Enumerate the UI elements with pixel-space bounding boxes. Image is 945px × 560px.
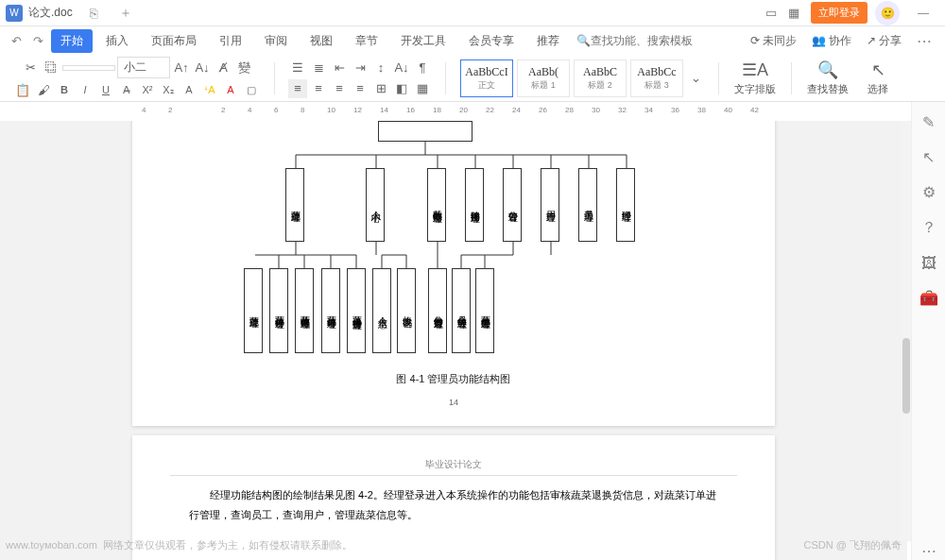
- vertical-scrollbar[interactable]: [902, 121, 911, 541]
- bold-icon[interactable]: B: [55, 80, 74, 99]
- style-normal[interactable]: AaBbCcI正文: [460, 59, 513, 97]
- layout-icon[interactable]: ▭: [765, 6, 781, 21]
- ruler[interactable]: 4224681012141618202224262830323436384042: [142, 102, 803, 119]
- scrollbar-thumb[interactable]: [902, 338, 910, 414]
- tab-dev[interactable]: 开发工具: [391, 29, 455, 53]
- styles-gallery: AaBbCcI正文 AaBb(标题 1 AaBbC标题 2 AaBbCc标题 3…: [454, 59, 711, 97]
- tab-insert[interactable]: 插入: [96, 29, 138, 53]
- cut-icon[interactable]: ✂: [21, 59, 40, 77]
- border-icon[interactable]: ▦: [413, 79, 432, 98]
- find-replace-button[interactable]: 🔍查找替换: [799, 59, 856, 96]
- style-h1[interactable]: AaBb(标题 1: [517, 59, 570, 97]
- diagram-root: [378, 121, 472, 142]
- undo-button[interactable]: ↶: [8, 34, 26, 48]
- superscript-icon[interactable]: X²: [138, 80, 157, 99]
- pencil-icon[interactable]: ✎: [922, 113, 935, 131]
- new-tab-button[interactable]: ＋: [114, 5, 137, 22]
- styles-more-icon[interactable]: ⌄: [686, 69, 705, 88]
- apps-icon[interactable]: ▦: [788, 6, 803, 21]
- leaf-1: 蔬菜评价管理: [269, 268, 288, 353]
- help-icon[interactable]: ？: [921, 218, 936, 238]
- font-name-select[interactable]: [62, 65, 115, 71]
- text-layout-button[interactable]: ☰A文字排版: [727, 59, 783, 96]
- more-tools-icon[interactable]: ⋯: [921, 542, 936, 560]
- phonetic-icon[interactable]: 變: [234, 59, 253, 77]
- leaf-9: 蔬菜类型管理: [475, 268, 494, 353]
- style-h2[interactable]: AaBbC标题 2: [574, 59, 627, 97]
- distribute-icon[interactable]: ⊞: [371, 79, 390, 98]
- select-button[interactable]: ↖选择: [860, 59, 896, 96]
- tab-section[interactable]: 章节: [346, 29, 387, 53]
- search-box: 🔍: [576, 34, 704, 47]
- show-marks-icon[interactable]: ¶: [413, 59, 432, 77]
- font-color-icon[interactable]: A: [221, 80, 240, 99]
- image-tool-icon[interactable]: 🖼: [921, 255, 936, 272]
- tab-view[interactable]: 视图: [301, 29, 342, 53]
- char-border-icon[interactable]: ▢: [242, 80, 261, 99]
- page-header: 毕业设计论文: [170, 445, 737, 476]
- align-left-icon[interactable]: ≡: [288, 79, 307, 98]
- bullet-list-icon[interactable]: ☰: [288, 59, 307, 77]
- underline-icon[interactable]: U: [96, 80, 115, 99]
- page-1: 蔬菜管理 个人中心 基础数据管理 轮播图管理 公告管理 用户管理 员工管理 经理…: [132, 121, 775, 426]
- sort-icon[interactable]: A↓: [392, 59, 411, 77]
- leaf-2: 蔬菜收藏管理: [295, 268, 314, 353]
- tab-start[interactable]: 开始: [51, 29, 93, 53]
- avatar[interactable]: 🙂: [875, 1, 900, 25]
- text-effect-icon[interactable]: A: [180, 80, 198, 99]
- watermark-right: CSDN @ 飞翔的佩奇: [804, 538, 902, 552]
- tools-icon[interactable]: 🧰: [919, 289, 938, 307]
- leaf-7: 公告类型管理: [428, 268, 447, 353]
- subscript-icon[interactable]: X₂: [159, 80, 178, 99]
- indent-inc-icon[interactable]: ⇥: [351, 59, 369, 77]
- indent-dec-icon[interactable]: ⇤: [330, 59, 349, 77]
- tab-vip[interactable]: 会员专享: [459, 29, 524, 53]
- shading-icon[interactable]: ◧: [392, 79, 411, 98]
- body-text: 经理功能结构图的绘制结果见图 4-2。经理登录进入本系统操作的功能包括审核蔬菜退…: [170, 476, 737, 535]
- cursor-icon: ↖: [871, 59, 885, 80]
- leaf-8: 会员等级管理: [452, 268, 471, 353]
- tab-review[interactable]: 审阅: [255, 29, 297, 53]
- select-tool-icon[interactable]: ↖: [922, 148, 935, 166]
- app-icon: W: [6, 5, 23, 22]
- mid-2: 基础数据管理: [427, 168, 446, 242]
- collab-button[interactable]: 👥协作: [812, 33, 851, 49]
- align-center-icon[interactable]: ≡: [309, 79, 328, 98]
- align-right-icon[interactable]: ≡: [330, 79, 349, 98]
- more-button[interactable]: ⋯: [911, 32, 937, 50]
- leaf-5: 个人信息: [372, 268, 391, 353]
- copy-icon[interactable]: ⿻: [42, 59, 60, 77]
- number-list-icon[interactable]: ≣: [309, 59, 328, 77]
- search-input[interactable]: [591, 34, 704, 47]
- font-size-select[interactable]: 小二: [117, 57, 170, 78]
- watermark-left: www.toyмоban.com 网络文章仅供观看，参考为主，如有侵权请联系删除…: [6, 538, 352, 552]
- clear-format-icon[interactable]: A̸: [214, 59, 232, 77]
- italic-icon[interactable]: I: [76, 80, 94, 99]
- layout-icon: ☰A: [742, 59, 768, 80]
- mid-0: 蔬菜管理: [285, 168, 304, 242]
- increase-font-icon[interactable]: A↑: [172, 59, 191, 77]
- login-button[interactable]: 立即登录: [811, 2, 868, 24]
- strike-icon[interactable]: A̶: [117, 80, 136, 99]
- mid-5: 用户管理: [541, 168, 559, 242]
- align-justify-icon[interactable]: ≡: [351, 79, 369, 98]
- leaf-3: 蔬菜订单管理: [321, 268, 340, 353]
- tab-recommend[interactable]: 推荐: [527, 29, 569, 53]
- line-spacing-icon[interactable]: ↕: [371, 59, 390, 77]
- redo-button[interactable]: ↷: [29, 34, 47, 48]
- format-painter-icon[interactable]: 🖌: [34, 80, 53, 99]
- tab-reference[interactable]: 引用: [210, 29, 251, 53]
- tab-pagelayout[interactable]: 页面布局: [142, 29, 206, 53]
- paste-icon[interactable]: 📋: [13, 80, 32, 99]
- decrease-font-icon[interactable]: A↓: [193, 59, 212, 77]
- sync-button[interactable]: ⟳未同步: [750, 33, 797, 49]
- highlight-icon[interactable]: ꜜA: [200, 80, 219, 99]
- mid-6: 员工管理: [578, 168, 597, 242]
- reading-mode-icon[interactable]: ⎘: [82, 6, 105, 21]
- settings-icon[interactable]: ⚙: [922, 183, 936, 201]
- style-h3[interactable]: AaBbCc标题 3: [630, 59, 683, 97]
- minimize-button[interactable]: —: [907, 2, 939, 25]
- share-button[interactable]: ↗分享: [867, 33, 902, 49]
- org-chart: 蔬菜管理 个人中心 基础数据管理 轮播图管理 公告管理 用户管理 员工管理 经理…: [255, 121, 652, 366]
- page-number: 14: [170, 398, 737, 407]
